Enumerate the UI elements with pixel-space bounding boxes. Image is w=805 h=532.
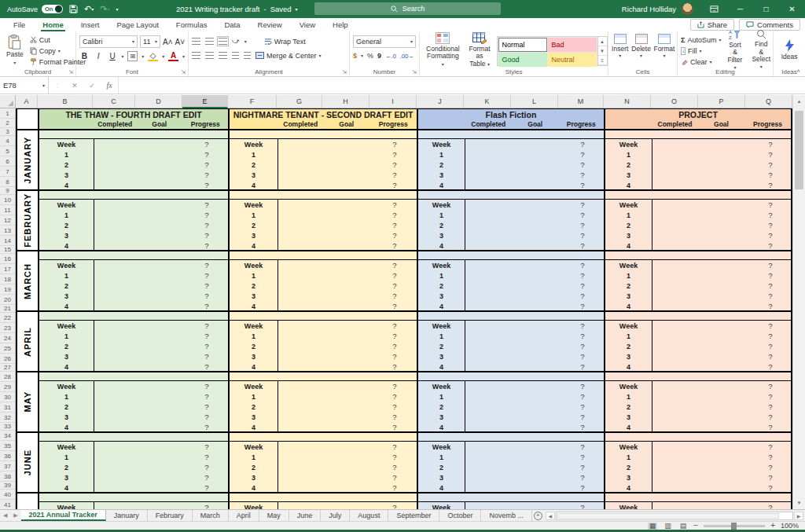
page-break-view-button[interactable]: ▤ bbox=[678, 523, 689, 530]
spacer-row[interactable] bbox=[605, 191, 791, 199]
cell-a1-a2[interactable] bbox=[16, 109, 38, 129]
spacer-row[interactable] bbox=[230, 251, 417, 259]
spacer-row[interactable] bbox=[230, 372, 417, 380]
progress-cell[interactable]: ? bbox=[747, 412, 792, 422]
progress-cell[interactable]: ? bbox=[747, 281, 792, 291]
week-cell[interactable]: Week bbox=[230, 442, 278, 452]
week-cell[interactable]: 1 bbox=[418, 452, 465, 462]
week-cell[interactable]: 2 bbox=[418, 462, 465, 472]
accounting-format-button[interactable]: $ bbox=[353, 52, 357, 60]
wrap-text-button[interactable]: Wrap Text bbox=[264, 36, 306, 46]
orientation-button[interactable]: ⤻ bbox=[232, 37, 240, 46]
column-header-F[interactable]: F bbox=[228, 95, 277, 108]
progress-cell[interactable]: ? bbox=[747, 422, 792, 432]
week-cell[interactable]: Week bbox=[39, 321, 94, 331]
comma-style-button[interactable]: 9 bbox=[377, 52, 381, 60]
styles-scroll-up-icon[interactable]: ▲ bbox=[598, 37, 607, 46]
spacer-row[interactable] bbox=[605, 493, 791, 501]
scroll-up-icon[interactable]: ▲ bbox=[793, 95, 805, 108]
week-cell[interactable]: 1 bbox=[230, 149, 278, 160]
progress-cell[interactable]: ? bbox=[560, 462, 605, 472]
week-cell[interactable]: Week bbox=[418, 260, 465, 270]
progress-cell[interactable]: ? bbox=[747, 331, 792, 341]
progress-cell[interactable]: ? bbox=[560, 291, 605, 301]
week-cell[interactable]: Week bbox=[39, 260, 94, 270]
progress-cell[interactable]: ? bbox=[371, 472, 418, 482]
week-cell[interactable]: 4 bbox=[39, 240, 94, 251]
spacer-row[interactable] bbox=[605, 251, 791, 259]
week-cell[interactable]: 2 bbox=[605, 220, 652, 230]
week-cell[interactable]: 4 bbox=[39, 361, 94, 372]
progress-cell[interactable]: ? bbox=[747, 220, 792, 230]
completed-goal-cells[interactable] bbox=[652, 200, 747, 250]
column-header-D[interactable]: D bbox=[135, 95, 182, 108]
week-cell[interactable]: Week bbox=[605, 321, 652, 331]
spacer-row[interactable] bbox=[418, 433, 604, 441]
week-cell[interactable]: 2 bbox=[418, 160, 465, 170]
spacer-row[interactable] bbox=[605, 312, 791, 320]
spacer-row[interactable] bbox=[605, 130, 791, 138]
completed-goal-cells[interactable] bbox=[94, 260, 184, 310]
styles-scroll-down-icon[interactable]: ▼ bbox=[598, 46, 607, 56]
progress-cell[interactable]: ? bbox=[747, 391, 792, 402]
row-header-26[interactable]: 26 bbox=[0, 354, 16, 364]
week-cell[interactable]: 1 bbox=[418, 270, 465, 281]
column-header-I[interactable]: I bbox=[369, 95, 417, 108]
week-cell[interactable]: 1 bbox=[605, 331, 652, 341]
sheet-tab-march[interactable]: March bbox=[193, 510, 229, 521]
minimize-button[interactable]: ─ bbox=[727, 0, 753, 18]
horizontal-scrollbar[interactable]: ◀ ▶ bbox=[544, 510, 805, 521]
progress-cell[interactable]: ? bbox=[747, 180, 792, 190]
clipboard-dialog-launcher-icon[interactable]: ⇲ bbox=[68, 69, 73, 75]
progress-cell[interactable]: ? bbox=[184, 160, 230, 170]
progress-cell[interactable]: ? bbox=[184, 381, 230, 391]
progress-cell[interactable]: ? bbox=[560, 442, 605, 452]
week-cell[interactable]: 2 bbox=[230, 160, 278, 170]
row-header-37[interactable]: 37 bbox=[0, 461, 16, 471]
progress-cell[interactable]: ? bbox=[371, 331, 418, 341]
sheet-tab-novemb[interactable]: Novemb ... bbox=[481, 510, 532, 521]
row-header-3[interactable]: 3 bbox=[0, 128, 16, 136]
progress-cell[interactable]: ? bbox=[747, 502, 792, 509]
progress-cell[interactable]: ? bbox=[560, 149, 605, 160]
progress-cell[interactable]: ? bbox=[560, 321, 605, 331]
ribbon-tab-data[interactable]: Data bbox=[215, 18, 248, 31]
week-cell[interactable]: 4 bbox=[605, 361, 652, 372]
progress-cell[interactable]: ? bbox=[560, 482, 605, 493]
row-header-2[interactable]: 2 bbox=[0, 119, 16, 128]
week-cell[interactable]: 2 bbox=[39, 160, 94, 170]
week-cell[interactable]: 3 bbox=[230, 230, 278, 240]
progress-cell[interactable]: ? bbox=[371, 321, 418, 331]
redo-icon[interactable]: ↷▾ bbox=[100, 4, 109, 14]
cell-style-normal[interactable]: Normal bbox=[498, 38, 547, 52]
spacer-row[interactable] bbox=[605, 372, 791, 380]
scroll-down-icon[interactable]: ▼ bbox=[793, 497, 805, 509]
progress-cell[interactable]: ? bbox=[184, 210, 230, 220]
shrink-font-button[interactable]: A˅ bbox=[175, 38, 185, 46]
progress-cell[interactable]: ? bbox=[371, 149, 418, 160]
progress-cell[interactable]: ? bbox=[371, 381, 418, 391]
ideas-button[interactable]: Ideas bbox=[777, 34, 802, 66]
row-header-4[interactable]: 4 bbox=[0, 136, 16, 146]
progress-cell[interactable]: ? bbox=[560, 412, 605, 422]
week-cell[interactable]: 3 bbox=[230, 351, 278, 361]
progress-cell[interactable]: ? bbox=[560, 230, 605, 240]
week-cell[interactable]: Week bbox=[418, 139, 465, 149]
progress-cell[interactable]: ? bbox=[184, 180, 230, 190]
week-cell[interactable]: 3 bbox=[230, 412, 278, 422]
progress-cell[interactable]: ? bbox=[371, 361, 418, 372]
progress-cell[interactable]: ? bbox=[560, 452, 605, 462]
spacer-row[interactable] bbox=[230, 433, 417, 441]
row-header-33[interactable]: 33 bbox=[0, 423, 16, 431]
row-header-11[interactable]: 11 bbox=[0, 205, 16, 215]
column-header-L[interactable]: L bbox=[511, 95, 558, 108]
fill-color-button[interactable]: ◇ bbox=[148, 51, 158, 61]
progress-cell[interactable]: ? bbox=[184, 139, 230, 149]
progress-cell[interactable]: ? bbox=[747, 482, 792, 493]
horizontal-scroll-thumb[interactable] bbox=[557, 513, 779, 519]
week-cell[interactable]: 1 bbox=[230, 331, 278, 341]
underline-button[interactable]: U bbox=[108, 52, 118, 61]
progress-cell[interactable]: ? bbox=[560, 472, 605, 482]
progress-cell[interactable]: ? bbox=[184, 482, 230, 493]
progress-cell[interactable]: ? bbox=[747, 270, 792, 281]
